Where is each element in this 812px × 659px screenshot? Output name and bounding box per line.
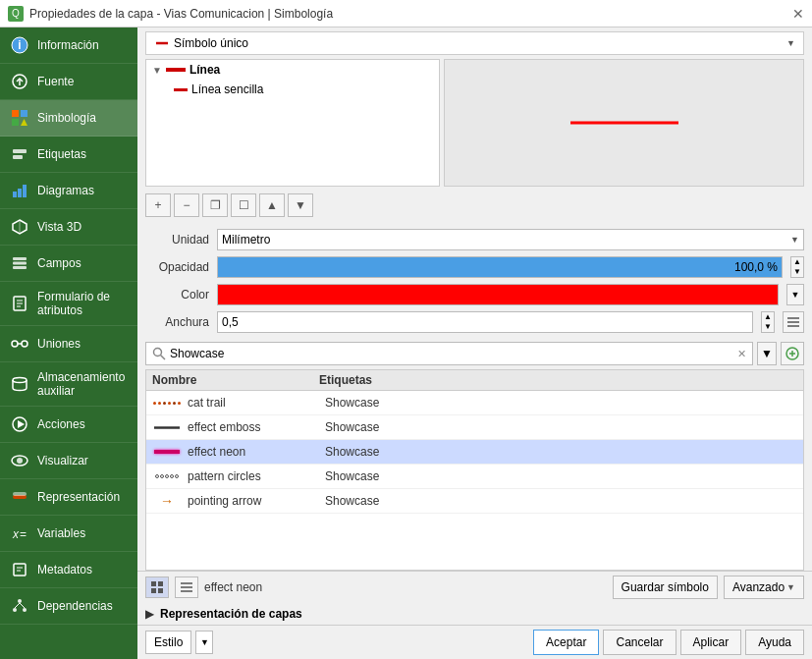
- sidebar-item-almacenamiento[interactable]: Almacenamiento auxiliar: [0, 362, 137, 407]
- sidebar-item-label-almacenamiento: Almacenamiento auxiliar: [37, 370, 128, 398]
- visualizar-icon: [10, 451, 29, 470]
- almacenamiento-icon: [10, 374, 29, 394]
- sidebar-item-visualizar[interactable]: Visualizar: [0, 443, 137, 479]
- tree-item-linea-sencilla-label: Línea sencilla: [191, 82, 263, 96]
- svg-text:x: x: [12, 527, 20, 541]
- vista3d-icon: [10, 217, 29, 237]
- window-title: Propiedades de la capa - Vias Comunicaci…: [29, 7, 333, 21]
- list-view-button[interactable]: [175, 577, 198, 598]
- list-item-pointing-arrow[interactable]: → pointing arrow Showcase: [146, 489, 803, 514]
- list-item-cat-trail[interactable]: cat trail Showcase: [146, 391, 803, 415]
- sidebar-item-label-representacion: Representación: [37, 490, 120, 504]
- svg-rect-31: [13, 492, 27, 496]
- sidebar-item-dependencias[interactable]: Dependencias: [0, 588, 137, 625]
- search-box[interactable]: ✕: [145, 342, 753, 365]
- sidebar-item-label-acciones: Acciones: [37, 417, 85, 431]
- sidebar-item-metadatos[interactable]: Metadatos: [0, 552, 137, 588]
- sidebar-item-label-simbologia: Simbología: [37, 111, 96, 125]
- opacity-row: Opacidad 100,0 % ▲ ▼: [145, 255, 804, 279]
- width-up[interactable]: ▲: [762, 312, 774, 322]
- opacity-up[interactable]: ▲: [791, 257, 803, 267]
- close-button[interactable]: ✕: [792, 6, 804, 22]
- pattern-circles-tags: Showcase: [325, 469, 797, 483]
- style-dropdown-button[interactable]: ▼: [195, 631, 213, 654]
- save-symbol-button[interactable]: Guardar símbolo: [613, 576, 718, 599]
- symbol-type-label: Símbolo único: [174, 36, 248, 50]
- color-dropdown-button[interactable]: ▼: [786, 284, 804, 305]
- sidebar-item-variables[interactable]: x= Variables: [0, 516, 137, 552]
- sidebar-item-formulario[interactable]: Formulario de atributos: [0, 282, 137, 326]
- svg-rect-16: [13, 262, 27, 265]
- width-extra-button[interactable]: [783, 311, 804, 333]
- cancelar-button[interactable]: Cancelar: [603, 630, 676, 655]
- sidebar-item-simbologia[interactable]: Simbología: [0, 100, 137, 137]
- advanced-button[interactable]: Avanzado ▼: [724, 576, 804, 599]
- svg-rect-4: [12, 110, 19, 117]
- tree-item-linea-sencilla[interactable]: Línea sencilla: [146, 80, 439, 99]
- remove-layer-button[interactable]: −: [174, 193, 199, 217]
- representation-section: ▶ Representación de capas: [137, 603, 812, 625]
- effect-neon-preview: [152, 444, 182, 460]
- lock-layer-button[interactable]: ☐: [231, 193, 256, 217]
- svg-marker-27: [18, 420, 25, 428]
- svg-point-25: [13, 378, 27, 383]
- preview-svg: [566, 108, 683, 137]
- sidebar-item-uniones[interactable]: Uniones: [0, 326, 137, 362]
- opacity-bar[interactable]: 100,0 %: [217, 256, 783, 278]
- move-down-button[interactable]: ▼: [288, 193, 313, 217]
- sidebar-item-diagramas[interactable]: Diagramas: [0, 173, 137, 209]
- sidebar-item-fuente[interactable]: Fuente: [0, 64, 137, 100]
- color-picker[interactable]: [217, 284, 779, 305]
- aplicar-button[interactable]: Aplicar: [680, 630, 742, 655]
- search-row: ✕ ▼: [145, 342, 804, 365]
- sidebar-item-label-diagramas: Diagramas: [37, 184, 94, 197]
- sidebar-item-label-etiquetas: Etiquetas: [37, 147, 86, 161]
- bottom-bar: effect neon Guardar símbolo Avanzado ▼: [137, 571, 812, 603]
- move-up-button[interactable]: ▲: [259, 193, 285, 217]
- sidebar-item-label-vista3d: Vista 3D: [37, 220, 81, 234]
- list-item-effect-neon[interactable]: effect neon Showcase: [146, 440, 803, 465]
- symbol-type-bar[interactable]: Símbolo único ▼: [145, 31, 804, 55]
- svg-rect-15: [13, 257, 27, 260]
- sidebar-item-label-metadatos: Metadatos: [37, 563, 92, 577]
- sidebar-item-informacion[interactable]: i Información: [0, 27, 137, 64]
- width-input[interactable]: [217, 311, 753, 333]
- tree-item-linea-label: Línea: [189, 63, 220, 77]
- symbol-toolbar: + − ❐ ☐ ▲ ▼: [145, 191, 804, 220]
- unit-select[interactable]: Milímetro ▼: [217, 229, 804, 250]
- grid-view-button[interactable]: [145, 577, 169, 598]
- effect-neon-tags: Showcase: [325, 445, 797, 459]
- sidebar: i Información Fuente Simbología Etiqueta…: [0, 27, 137, 659]
- opacity-down[interactable]: ▼: [791, 267, 803, 277]
- sidebar-item-etiquetas[interactable]: Etiquetas: [0, 137, 137, 173]
- footer-left: Estilo ▼: [145, 631, 213, 654]
- ayuda-button[interactable]: Ayuda: [745, 630, 804, 655]
- width-down[interactable]: ▼: [762, 322, 774, 332]
- sidebar-item-representacion[interactable]: Representación: [0, 479, 137, 516]
- variables-icon: x=: [10, 523, 29, 543]
- search-dropdown-button[interactable]: ▼: [757, 342, 777, 365]
- list-item-effect-emboss[interactable]: effect emboss Showcase: [146, 415, 803, 440]
- effect-emboss-name: effect emboss: [188, 420, 319, 434]
- unit-label: Unidad: [145, 233, 209, 247]
- list-item-pattern-circles[interactable]: pattern circles Showcase: [146, 465, 803, 489]
- search-add-button[interactable]: [781, 342, 804, 365]
- unit-row: Unidad Milímetro ▼: [145, 228, 804, 251]
- search-input[interactable]: [170, 347, 733, 360]
- search-clear-button[interactable]: ✕: [737, 348, 746, 360]
- aceptar-button[interactable]: Aceptar: [533, 630, 599, 655]
- sidebar-item-acciones[interactable]: Acciones: [0, 407, 137, 443]
- add-layer-button[interactable]: +: [145, 193, 171, 217]
- sidebar-item-label-campos: Campos: [37, 256, 81, 270]
- duplicate-layer-button[interactable]: ❐: [202, 193, 228, 217]
- metadatos-icon: [10, 560, 29, 579]
- style-button[interactable]: Estilo: [145, 631, 191, 654]
- pointing-arrow-preview: →: [152, 493, 182, 509]
- header-tags: Etiquetas: [319, 373, 797, 387]
- tree-item-linea[interactable]: ▼ Línea: [146, 60, 439, 80]
- repr-collapse-arrow[interactable]: ▶: [145, 607, 154, 621]
- formulario-icon: [10, 294, 29, 313]
- sidebar-item-campos[interactable]: Campos: [0, 246, 137, 282]
- linea-icon: [166, 68, 186, 72]
- sidebar-item-vista3d[interactable]: Vista 3D: [0, 209, 137, 246]
